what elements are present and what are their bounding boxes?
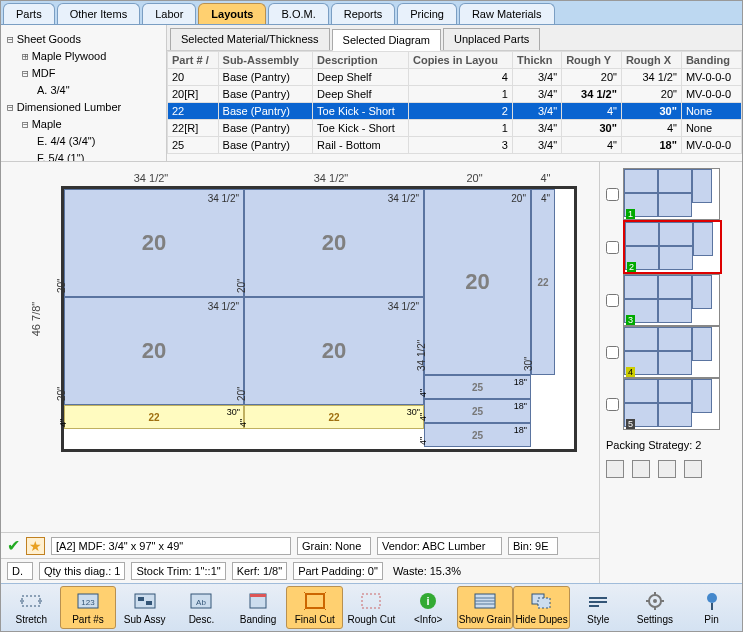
- grain-field[interactable]: Grain: None: [297, 537, 371, 555]
- sub-tab-1[interactable]: Selected Diagram: [332, 29, 441, 51]
- kerf-field[interactable]: Kerf: 1/8": [232, 562, 287, 580]
- layout-thumb-3[interactable]: 3: [623, 274, 720, 326]
- layout-part[interactable]: 2518"4": [424, 423, 531, 447]
- check-icon[interactable]: ✔: [7, 536, 20, 555]
- main-tab-pricing[interactable]: Pricing: [397, 3, 457, 24]
- pack-strategy-1-button[interactable]: [606, 460, 624, 478]
- tree-dim-lumber[interactable]: ⊟ Dimensioned Lumber: [7, 99, 160, 116]
- layout-part[interactable]: 2034 1/2"20": [244, 189, 424, 297]
- toolbar-desc--button[interactable]: AbDesc.: [173, 586, 230, 629]
- toolbar-stretch-button[interactable]: Stretch: [3, 586, 60, 629]
- toolbar-banding-button[interactable]: Banding: [230, 586, 287, 629]
- tree-mdf[interactable]: ⊟ MDF: [7, 65, 160, 82]
- table-row[interactable]: 25Base (Pantry)Rail - Bottom33/4"4"18"MV…: [168, 137, 742, 154]
- tree-maple-plywood[interactable]: ⊞ Maple Plywood: [7, 48, 160, 65]
- col-header[interactable]: Description: [313, 52, 409, 69]
- banding-icon: [245, 590, 271, 612]
- sheet[interactable]: 2034 1/2"20"2034 1/2"20"2034 1/2"20"2034…: [61, 186, 577, 452]
- svg-rect-11: [362, 594, 380, 608]
- main-tab-raw-materials[interactable]: Raw Materials: [459, 3, 555, 24]
- show-grain-icon: [472, 590, 498, 612]
- layout-part[interactable]: 2518"4": [424, 399, 531, 423]
- col-header[interactable]: Part # /: [168, 52, 219, 69]
- tree-maple-f[interactable]: F. 5/4 (1"): [7, 150, 160, 161]
- vendor-field[interactable]: Vendor: ABC Lumber: [377, 537, 502, 555]
- padding-field[interactable]: Part Padding: 0": [293, 562, 383, 580]
- layout-thumb-1[interactable]: 1: [623, 168, 720, 220]
- col-header[interactable]: Banding: [681, 52, 741, 69]
- toolbar-sub-assy-button[interactable]: Sub Assy: [116, 586, 173, 629]
- table-row[interactable]: 22[R]Base (Pantry)Toe Kick - Short13/4"3…: [168, 120, 742, 137]
- toolbar-hide-dupes-button[interactable]: Hide Dupes: [513, 586, 570, 629]
- star-icon[interactable]: ★: [26, 537, 45, 555]
- svg-text:123: 123: [81, 598, 95, 607]
- toolbar-settings-button[interactable]: Settings: [627, 586, 684, 629]
- main-tab-parts[interactable]: Parts: [3, 3, 55, 24]
- table-row[interactable]: 20Base (Pantry)Deep Shelf43/4"20"34 1/2"…: [168, 69, 742, 86]
- ruler-h-seg: 34 1/2": [61, 172, 241, 186]
- d-field[interactable]: D.: [7, 562, 33, 580]
- -info--icon: i: [415, 590, 441, 612]
- desc--icon: Ab: [188, 590, 214, 612]
- toolbar-part-s-button[interactable]: 123Part #s: [60, 586, 117, 629]
- sub-tab-2[interactable]: Unplaced Parts: [443, 28, 540, 50]
- toolbar-show-grain-button[interactable]: Show Grain: [457, 586, 514, 629]
- main-tab-other-items[interactable]: Other Items: [57, 3, 140, 24]
- hide-dupes-icon: [529, 590, 555, 612]
- thumb-checkbox-4[interactable]: [606, 346, 619, 359]
- layout-part[interactable]: 2034 1/2"20": [64, 297, 244, 405]
- layout-thumbnails: 12345 Packing Strategy: 2: [599, 162, 742, 583]
- table-row[interactable]: 20[R]Base (Pantry)Deep Shelf13/4"34 1/2"…: [168, 86, 742, 103]
- col-header[interactable]: Thickn: [512, 52, 561, 69]
- svg-rect-5: [146, 601, 152, 605]
- col-header[interactable]: Rough X: [621, 52, 681, 69]
- main-tab-layouts[interactable]: Layouts: [198, 3, 266, 24]
- tree-maple[interactable]: ⊟ Maple: [7, 116, 160, 133]
- thumb-checkbox-2[interactable]: [606, 241, 619, 254]
- toolbar-pin-button[interactable]: Pin: [683, 586, 740, 629]
- board-desc-input[interactable]: [51, 537, 291, 555]
- layout-part[interactable]: 2020"34 1/2": [424, 189, 531, 375]
- toolbar-rough-cut-button[interactable]: Rough Cut: [343, 586, 400, 629]
- layout-part[interactable]: 2230"4": [64, 405, 244, 429]
- style-icon: [585, 590, 611, 612]
- bottom-toolbar: Stretch123Part #sSub AssyAbDesc.BandingF…: [1, 583, 742, 631]
- pack-strategy-4-button[interactable]: [684, 460, 702, 478]
- thumb-checkbox-5[interactable]: [606, 398, 619, 411]
- toolbar-final-cut-button[interactable]: Final Cut: [286, 586, 343, 629]
- main-tab-reports[interactable]: Reports: [331, 3, 396, 24]
- col-header[interactable]: Copies in Layou: [408, 52, 512, 69]
- toolbar-style-button[interactable]: Style: [570, 586, 627, 629]
- thumb-checkbox-3[interactable]: [606, 294, 619, 307]
- svg-point-18: [653, 599, 657, 603]
- tree-maple-e[interactable]: E. 4/4 (3/4"): [7, 133, 160, 150]
- tree-sheet-goods[interactable]: ⊟ Sheet Goods: [7, 31, 160, 48]
- qty-field[interactable]: Qty this diag.: 1: [39, 562, 125, 580]
- sub-assy-icon: [132, 590, 158, 612]
- pack-strategy-3-button[interactable]: [658, 460, 676, 478]
- layout-part[interactable]: 2518"4": [424, 375, 531, 399]
- layout-part[interactable]: 2230"4": [244, 405, 424, 429]
- sub-tab-0[interactable]: Selected Material/Thickness: [170, 28, 330, 50]
- tree-mdf-a[interactable]: A. 3/4": [7, 82, 160, 99]
- bin-field[interactable]: Bin: 9E: [508, 537, 558, 555]
- packing-strategy-label: Packing Strategy: 2: [606, 439, 701, 451]
- main-tab-labor[interactable]: Labor: [142, 3, 196, 24]
- svg-rect-10: [306, 594, 324, 608]
- table-row[interactable]: 22Base (Pantry)Toe Kick - Short23/4"4"30…: [168, 103, 742, 120]
- main-tab-b-o-m-[interactable]: B.O.M.: [268, 3, 328, 24]
- layout-part[interactable]: 2034 1/2"20": [244, 297, 424, 405]
- layout-part[interactable]: 224"30": [531, 189, 555, 375]
- layout-thumb-4[interactable]: 4: [623, 326, 720, 378]
- pack-strategy-2-button[interactable]: [632, 460, 650, 478]
- svg-text:Ab: Ab: [197, 598, 207, 607]
- col-header[interactable]: Rough Y: [562, 52, 622, 69]
- stock-trim-field[interactable]: Stock Trim: 1"::1": [131, 562, 225, 580]
- layout-part[interactable]: 2034 1/2"20": [64, 189, 244, 297]
- layout-thumb-5[interactable]: 5: [623, 378, 720, 430]
- toolbar--info--button[interactable]: i<Info>: [400, 586, 457, 629]
- col-header[interactable]: Sub-Assembly: [218, 52, 313, 69]
- thumb-checkbox-1[interactable]: [606, 188, 619, 201]
- layout-thumb-2[interactable]: 2: [623, 220, 722, 274]
- ruler-h-seg: 34 1/2": [241, 172, 421, 186]
